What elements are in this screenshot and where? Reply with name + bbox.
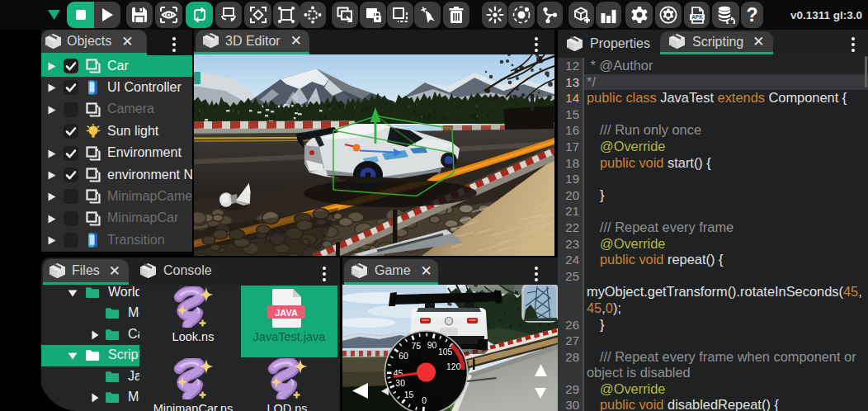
svg-text:JAVA: JAVA xyxy=(275,308,298,318)
svg-text:105: 105 xyxy=(438,347,453,357)
svg-text:120: 120 xyxy=(446,361,461,371)
svg-text:15: 15 xyxy=(404,390,414,399)
svg-text:0: 0 xyxy=(422,395,427,405)
svg-text:APK: APK xyxy=(691,14,703,20)
svg-text:30: 30 xyxy=(395,378,405,388)
svg-text:75: 75 xyxy=(411,341,421,351)
svg-text:90: 90 xyxy=(427,340,437,350)
svg-text:60: 60 xyxy=(399,351,408,361)
